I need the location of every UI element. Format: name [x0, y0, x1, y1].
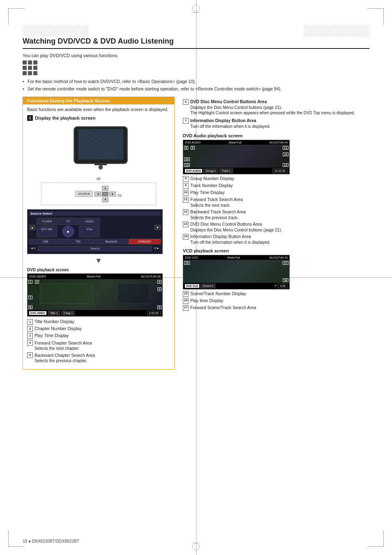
vcd-footer-source: DVD VCD: [185, 284, 199, 288]
corner-mark-tl: [8, 8, 25, 25]
dvd-audio-time: 00:00:05: [272, 169, 288, 173]
dvd-source-label: DVD VIDEO: [29, 275, 46, 278]
source-select-title: Source Select: [29, 211, 161, 216]
dvd-playback-screen-label: DVD playback screen: [27, 268, 170, 272]
dvd-item-3: 3 Play Time Display: [27, 333, 170, 339]
svg-rect-1: [304, 25, 369, 37]
icon-row: [23, 60, 369, 76]
svg-point-8: [99, 165, 103, 169]
vcd-av: AV-OUT:AV-IN: [270, 256, 288, 259]
vcd-section-label: VCD playback screen: [183, 248, 369, 253]
two-col-layout: Functions During the Playback Screen Bas…: [23, 97, 369, 374]
svg-rect-0: [23, 25, 88, 37]
dvd-audio-track: Track 1: [219, 169, 233, 173]
dvd-audio-item-11: 11 Forward Track Search Area Selects the…: [183, 197, 369, 208]
dvd-av-label: AV-OUT:AV-IN: [141, 275, 161, 278]
vcd-item-16: 16 Play time Display: [183, 298, 369, 304]
vcd-screen-header: DVD VCD Mode:Full AV-OUT:AV-IN: [183, 255, 289, 260]
dvd-audio-footer-source: DVD AUDIO: [185, 169, 202, 173]
vcd-item-15: 15 Scene/Track Number Display: [183, 291, 369, 297]
vcd-p-label: P: [275, 284, 277, 287]
dvd-audio-screen: DVD AUDIO Mode:Full AV-OUT:AV-IN 8 9 11 …: [183, 140, 290, 174]
vcd-screen-footer: DVD VCD Scene 3 P 0:05: [183, 283, 289, 289]
vcd-time: 0:05: [278, 284, 288, 288]
diagonal-texture-top-right: [304, 25, 369, 37]
bottom-center-circle: [192, 543, 200, 550]
dvd-items-list: 1 Title Number Display 2 Chapter Number …: [27, 319, 170, 363]
dvd-footer-source: DVD VIDEO: [29, 311, 46, 315]
dvd-item-1: 1 Title Number Display: [27, 319, 170, 325]
col-left: Functions During the Playback Screen Bas…: [23, 97, 175, 374]
functions-box-title: Functions During the Playback Screen: [23, 97, 174, 104]
dvd-audio-item-12: 12 Backward Track Search Area Selects th…: [183, 209, 369, 220]
intro-bullets: For the basic method of how to watch DVD…: [23, 79, 369, 92]
dvd-audio-item-9: 9 Track Number Display: [183, 183, 369, 189]
right-items-6-7: 6 DVD Disc Menu Control Buttons Area Dis…: [183, 99, 369, 129]
page-footer: 18 ● DNX8220BT/DDX8022BT: [23, 539, 79, 543]
vcd-mode: Mode:Full: [227, 256, 240, 259]
top-center-circle: [192, 5, 200, 12]
corner-mark-br: [367, 530, 384, 547]
step-1-number: 1: [27, 115, 33, 121]
right-item-7: 7 Information Display Button Area Turn o…: [183, 118, 369, 129]
vcd-scene: Scene 3: [201, 284, 215, 288]
dvd-audio-mode: Mode:Full: [229, 141, 242, 144]
vcd-screen-body: 15 17 16: [183, 260, 289, 283]
corner-mark-tr: [367, 8, 384, 25]
dvd-audio-group: Group 1: [203, 169, 218, 173]
dvd-audio-item-8: 8 Group Number Display: [183, 176, 369, 182]
step-1-text: Display the playback screen: [35, 116, 95, 120]
or-label: or: [27, 176, 170, 181]
dvd-audio-items-list: 8 Group Number Display 9 Track Number Di…: [183, 176, 369, 245]
functions-box: Functions During the Playback Screen Bas…: [23, 97, 175, 370]
page-content: Watching DVD/VCD & DVD Audio Listening Y…: [23, 37, 369, 534]
right-item-6: 6 DVD Disc Menu Control Buttons Area Dis…: [183, 99, 369, 116]
vcd-items-list: 15 Scene/Track Number Display 16 Play ti…: [183, 291, 369, 311]
dvd-screen-footer: DVD VIDEO Title 1 Chap 1 0:00:05: [28, 310, 162, 316]
intro-text: You can play DVD/VCD using various funct…: [23, 53, 369, 58]
dvd-audio-item-10: 10 Play Time Display: [183, 190, 369, 196]
dvd-audio-item-14: 14 Information Display Button Area Turn …: [183, 234, 369, 245]
dvd-mode-label: Mode:Full: [87, 275, 100, 278]
dvd-audio-source: DVD AUDIO: [185, 141, 201, 144]
svg-rect-9: [95, 164, 107, 165]
dvd-item-4: 4 Forward Chapter Search Area Selects th…: [27, 340, 170, 351]
corner-mark-bl: [8, 530, 25, 547]
arrow-down: ▼: [27, 257, 170, 265]
col-right: 6 DVD Disc Menu Control Buttons Area Dis…: [183, 97, 369, 374]
device-image: [58, 123, 140, 173]
source-select-screen: Source Select ▲ TUNER TV VIDEO EXT SW ⏺: [27, 209, 163, 254]
dvd-audio-screen-footer: DVD AUDIO Group 1 Track 1 00:00:05: [183, 168, 289, 174]
vcd-item-17: 17 Forward Scene/Track Search Area: [183, 305, 369, 311]
remote-image: SOURCE ▲ ◄ ○ ► ▼ ↑h̲m̲: [41, 183, 156, 205]
dvd-screen-header: DVD VIDEO Mode:Full AV-OUT:AV-IN: [28, 274, 162, 279]
dvd-chap-label: Chap 1: [62, 311, 75, 315]
dvd-playback-screen: DVD VIDEO Mode:Full AV-OUT:AV-IN 1 2 3 4…: [27, 273, 163, 317]
dvd-time: 0:00:05: [147, 311, 161, 315]
functions-box-desc: Basic functions are available even when …: [27, 107, 170, 112]
dvd-audio-screen-body: 8 9 11 12 13 14 10: [183, 145, 289, 168]
bullet-1: For the basic method of how to watch DVD…: [23, 79, 369, 85]
dvd-audio-item-13: 13 DVD Disc Menu Control Buttons Area Di…: [183, 222, 369, 233]
dvd-audio-section-label: DVD Audio playback screen: [183, 133, 369, 138]
dvd-title-label: Title 1: [48, 311, 60, 315]
dvd-item-2: 2 Chapter Number Display: [27, 326, 170, 332]
menu-icon: [23, 60, 38, 76]
vcd-playback-screen: DVD VCD Mode:Full AV-OUT:AV-IN 15 17 16 …: [183, 255, 290, 289]
bullet-2: Set the remote controller mode switch to…: [23, 86, 369, 92]
dvd-item-5: 5 Backward Chapter Search Area Selects t…: [27, 352, 170, 363]
vcd-source: DVD VCD: [185, 256, 198, 259]
diagonal-texture-top-left: [23, 25, 88, 37]
page-title: Watching DVD/VCD & DVD Audio Listening: [23, 37, 369, 49]
step-1-label: 1 Display the playback screen: [27, 115, 170, 121]
dvd-audio-av: AV-OUT:AV-IN: [270, 141, 288, 144]
dvd-audio-screen-header: DVD AUDIO Mode:Full AV-OUT:AV-IN: [183, 140, 289, 145]
